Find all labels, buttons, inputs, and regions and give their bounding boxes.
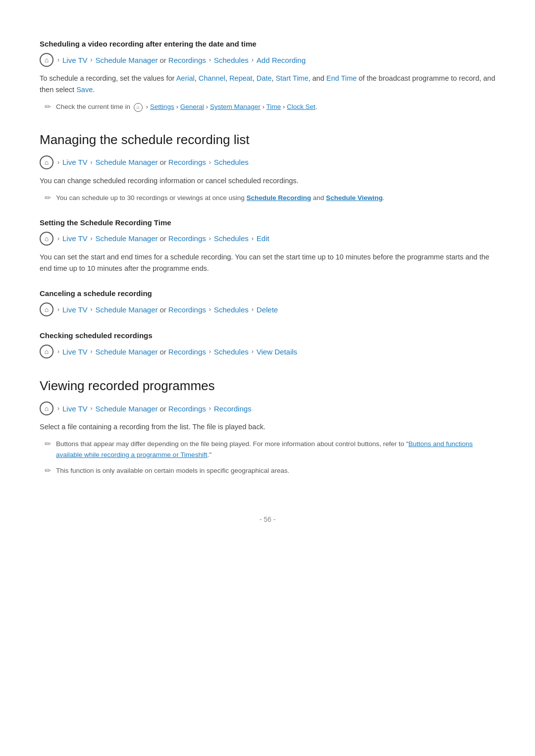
breadcrumb-live-tv-2[interactable]: Live TV xyxy=(62,158,88,166)
chevron-6c: › xyxy=(209,405,211,412)
breadcrumb-managing-schedule: ⌂ › Live TV › Schedule Manager or Record… xyxy=(40,155,495,169)
pencil-icon-3: ✏ xyxy=(45,439,51,449)
chevron-3c: › xyxy=(209,235,211,242)
chevron-4d: › xyxy=(252,306,254,313)
breadcrumb-add-recording-1[interactable]: Add Recording xyxy=(257,56,306,64)
note-viewing-models: ✏ This function is only available on cer… xyxy=(45,465,495,476)
note-text-viewing-buttons: Buttons that appear may differ depending… xyxy=(56,439,495,460)
chevron-note-c: › xyxy=(206,103,208,110)
breadcrumb-recordings-1[interactable]: Recordings xyxy=(168,56,206,64)
body-text-viewing: Select a file containing a recording fro… xyxy=(40,421,495,433)
home-icon-5[interactable]: ⌂ xyxy=(40,345,54,358)
chevron-note-b: › xyxy=(176,103,178,110)
home-icon-2[interactable]: ⌂ xyxy=(40,155,54,169)
chevron-3a: › xyxy=(57,235,59,242)
chevron-2c: › xyxy=(209,159,211,166)
breadcrumb-recordings-sub-6[interactable]: Recordings xyxy=(214,404,252,413)
breadcrumb-schedule-manager-1[interactable]: Schedule Manager xyxy=(96,56,158,64)
section-checking-scheduled: Checking scheduled recordings ⌂ › Live T… xyxy=(40,331,495,358)
breadcrumb-schedules-1[interactable]: Schedules xyxy=(214,56,249,64)
link-buttons-functions[interactable]: Buttons and functions available while re… xyxy=(56,440,473,458)
chevron-1c: › xyxy=(209,56,211,63)
home-icon-6[interactable]: ⌂ xyxy=(40,402,54,415)
breadcrumb-schedules-5[interactable]: Schedules xyxy=(214,348,249,356)
breadcrumb-schedules-4[interactable]: Schedules xyxy=(214,305,249,314)
breadcrumb-live-tv-6[interactable]: Live TV xyxy=(62,404,88,413)
breadcrumb-clock-set[interactable]: Clock Set xyxy=(287,103,316,110)
heading-checking-scheduled: Checking scheduled recordings xyxy=(40,331,495,340)
heading-viewing-recorded: Viewing recorded programmes xyxy=(40,378,495,394)
breadcrumb-recordings-4[interactable]: Recordings xyxy=(168,305,206,314)
breadcrumb-general[interactable]: General xyxy=(180,103,204,110)
section-setting-schedule-time: Setting the Schedule Recording Time ⌂ › … xyxy=(40,218,495,274)
note-text-schedule-limit: You can schedule up to 30 recordings or … xyxy=(56,193,384,203)
home-icon-note[interactable]: ⌂ xyxy=(134,103,143,112)
breadcrumb-live-tv-5[interactable]: Live TV xyxy=(62,348,88,356)
note-check-time-label: Check the current time in xyxy=(56,103,130,110)
breadcrumb-delete-4[interactable]: Delete xyxy=(257,305,278,314)
breadcrumb-schedule-manager-2[interactable]: Schedule Manager xyxy=(96,158,158,166)
chevron-4c: › xyxy=(209,306,211,313)
breadcrumb-view-details-5[interactable]: View Details xyxy=(257,348,297,356)
pencil-icon-2: ✏ xyxy=(45,193,51,202)
pencil-icon-1: ✏ xyxy=(45,102,51,111)
breadcrumb-or-4: or xyxy=(160,305,166,314)
breadcrumb-schedules-2[interactable]: Schedules xyxy=(214,158,249,166)
chevron-5b: › xyxy=(91,348,93,355)
breadcrumb-time[interactable]: Time xyxy=(267,103,281,110)
body-text-scheduling: To schedule a recording, set the values … xyxy=(40,73,495,96)
breadcrumb-schedule-manager-4[interactable]: Schedule Manager xyxy=(96,305,158,314)
breadcrumb-or-1: or xyxy=(160,56,166,64)
breadcrumb-live-tv-3[interactable]: Live TV xyxy=(62,234,88,243)
breadcrumb-recordings-3[interactable]: Recordings xyxy=(168,234,206,243)
breadcrumb-live-tv-1[interactable]: Live TV xyxy=(62,56,88,64)
inline-repeat: Repeat xyxy=(229,74,253,82)
breadcrumb-recordings-6[interactable]: Recordings xyxy=(168,404,206,413)
body-text-managing: You can change scheduled recording infor… xyxy=(40,175,495,187)
breadcrumb-or-2: or xyxy=(160,158,166,166)
note-schedule-limit: ✏ You can schedule up to 30 recordings o… xyxy=(45,193,495,203)
breadcrumb-schedule-manager-6[interactable]: Schedule Manager xyxy=(96,404,158,413)
pencil-icon-4: ✏ xyxy=(45,466,51,475)
note-text-viewing-models: This function is only available on certa… xyxy=(56,465,289,476)
home-icon-3[interactable]: ⌂ xyxy=(40,232,54,246)
chevron-4b: › xyxy=(91,306,93,313)
breadcrumb-or-5: or xyxy=(160,348,166,356)
breadcrumb-viewing-recorded: ⌂ › Live TV › Schedule Manager or Record… xyxy=(40,402,495,415)
home-icon-1[interactable]: ⌂ xyxy=(40,53,54,67)
chevron-1a: › xyxy=(57,56,59,63)
home-icon-4[interactable]: ⌂ xyxy=(40,302,54,316)
inline-channel: Channel xyxy=(199,74,225,82)
breadcrumb-or-6: or xyxy=(160,404,166,413)
chevron-note-a: › xyxy=(146,103,149,110)
breadcrumb-schedules-3[interactable]: Schedules xyxy=(214,234,249,243)
chevron-6a: › xyxy=(57,405,59,412)
note-check-time: ✏ Check the current time in ⌂ › Settings… xyxy=(45,101,495,112)
breadcrumb-settings[interactable]: Settings xyxy=(150,103,174,110)
chevron-2a: › xyxy=(57,159,59,166)
breadcrumb-system-manager[interactable]: System Manager xyxy=(210,103,261,110)
inline-save: Save xyxy=(76,86,93,94)
breadcrumb-schedule-manager-3[interactable]: Schedule Manager xyxy=(96,234,158,243)
link-schedule-recording[interactable]: Schedule Recording xyxy=(247,194,312,202)
breadcrumb-recordings-5[interactable]: Recordings xyxy=(168,348,206,356)
note-viewing-buttons: ✏ Buttons that appear may differ dependi… xyxy=(45,439,495,460)
breadcrumb-edit-3[interactable]: Edit xyxy=(257,234,269,243)
chevron-5d: › xyxy=(252,348,254,355)
chevron-3b: › xyxy=(91,235,93,242)
chevron-note-d: › xyxy=(263,103,265,110)
breadcrumb-live-tv-4[interactable]: Live TV xyxy=(62,305,88,314)
chevron-3d: › xyxy=(252,235,254,242)
heading-setting-schedule-time: Setting the Schedule Recording Time xyxy=(40,218,495,227)
body-text-setting-time: You can set the start and end times for … xyxy=(40,252,495,274)
breadcrumb-recordings-2[interactable]: Recordings xyxy=(168,158,206,166)
page-footer: - 56 - xyxy=(40,515,495,523)
chevron-4a: › xyxy=(57,306,59,313)
chevron-5a: › xyxy=(57,348,59,355)
breadcrumb-scheduling-video: ⌂ › Live TV › Schedule Manager or Record… xyxy=(40,53,495,67)
heading-managing-schedule: Managing the schedule recording list xyxy=(40,132,495,148)
inline-date: Date xyxy=(257,74,272,82)
breadcrumb-canceling-schedule: ⌂ › Live TV › Schedule Manager or Record… xyxy=(40,302,495,316)
breadcrumb-schedule-manager-5[interactable]: Schedule Manager xyxy=(96,348,158,356)
link-schedule-viewing[interactable]: Schedule Viewing xyxy=(326,194,383,202)
